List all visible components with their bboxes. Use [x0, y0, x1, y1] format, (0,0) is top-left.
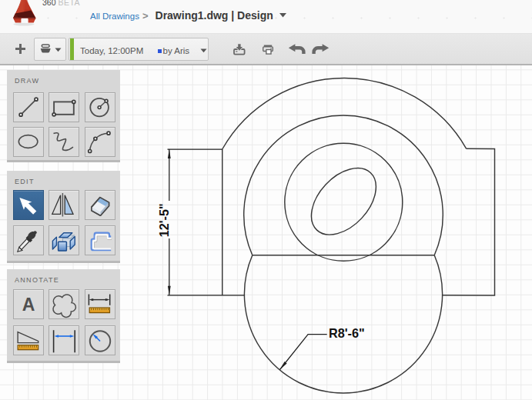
svg-text:A: A [22, 295, 35, 315]
svg-text:12'-5": 12'-5" [157, 203, 171, 237]
svg-text:R8'-6": R8'-6" [329, 326, 365, 340]
